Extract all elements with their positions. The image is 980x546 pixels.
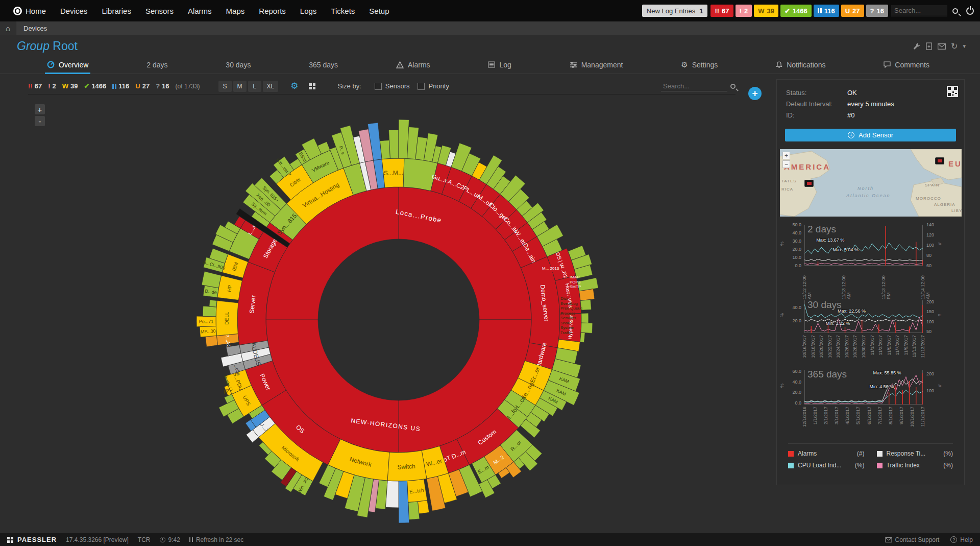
status-badge-up[interactable]: ✔1466 [780,5,812,17]
tab-label: Alarms [408,61,430,69]
y-axis-tick-right: 150 [926,309,934,314]
zoom-out-button[interactable]: - [35,116,45,126]
status-badge-down[interactable]: !!67 [710,5,733,17]
badge-count: 2 [744,7,748,15]
toolbar-badge-warning[interactable]: W39 [62,82,78,90]
toolbar-badge-down-ack[interactable]: !2 [48,82,56,90]
nav-item-logs[interactable]: Logs [293,0,324,21]
checkbox-box-sensors[interactable] [375,83,382,90]
size-button-s[interactable]: S [218,81,232,92]
status-badge-unknown[interactable]: ?16 [866,5,888,17]
new-log-entries-button[interactable]: New Log Entries 1 [642,5,708,17]
zoom-in-button[interactable]: + [35,104,45,114]
breadcrumb-devices[interactable]: Devices [16,25,54,32]
mail-icon[interactable] [938,43,946,50]
graph-2-days[interactable]: 2 days50.040.030.020.010.00.0%1401201008… [783,224,960,299]
contact-support-link[interactable]: Contact Support [885,536,940,543]
nav-item-libraries[interactable]: Libraries [94,0,138,21]
help-label: Help [960,536,973,543]
nav-item-tickets[interactable]: Tickets [324,0,362,21]
status-badge-down-ack[interactable]: !2 [736,5,752,17]
refresh-icon[interactable]: ↻ [951,41,958,51]
sunburst-segment[interactable] [389,130,399,158]
global-search-input[interactable] [891,5,947,16]
size-button-m[interactable]: M [233,81,247,92]
tab-30-days[interactable]: 30 days [224,57,253,74]
sunburst-search-input[interactable] [661,81,727,91]
add-sensor-button[interactable]: + Add Sensor [785,129,956,141]
y-axis-unit-left: % [779,313,785,317]
map-device-marker[interactable] [804,180,814,187]
tab-alarms[interactable]: Alarms [394,57,432,74]
sunburst-segment[interactable] [408,502,420,520]
graph-365-days[interactable]: 365 days60.040.020.00.0%200100#12/1/2016… [783,369,960,435]
tab-comments[interactable]: Comments [881,57,932,74]
sunburst-segment[interactable] [581,323,593,333]
checkbox-sensors[interactable]: Sensors [375,82,410,90]
toolbar-badge-unusual[interactable]: U27 [135,82,150,90]
tab-2-days[interactable]: 2 days [144,57,169,74]
tab-log[interactable]: Log [486,57,513,74]
mini-map[interactable]: + − AMERICAEUROPTATESRICANorthAtlantic O… [780,149,962,217]
refresh-countdown[interactable]: Refresh in 22 sec [189,536,243,543]
nav-item-reports[interactable]: Reports [252,0,293,21]
help-link[interactable]: ?Help [950,536,973,543]
sunburst-label-dell: DELL [224,312,229,325]
tab-365-days[interactable]: 365 days [307,57,340,74]
badge-icon-w: W [758,7,764,15]
sunburst-segment[interactable] [209,300,217,307]
toolbar-badge-paused[interactable]: 116 [112,82,129,90]
sunburst-segment[interactable] [202,271,222,288]
nav-item-home[interactable]: Home [6,0,53,21]
y-axis-tick: 0.0 [783,263,801,268]
brand-name[interactable]: PAESSLER [17,536,57,543]
y-axis-tick-right: 80 [926,253,932,258]
prtg-logo-icon [13,7,22,15]
home-icon[interactable]: ⌂ [0,21,16,35]
nav-item-maps[interactable]: Maps [219,0,252,21]
status-badge-unusual[interactable]: U27 [841,5,864,17]
logout-power-icon[interactable] [966,7,974,15]
sunburst-segment[interactable] [205,336,217,347]
checkbox-priority[interactable]: Priority [418,82,449,90]
status-badge-warning[interactable]: W39 [754,5,778,17]
sunburst-segment[interactable] [203,306,216,317]
toolbar-badge-up[interactable]: ✔1466 [84,82,106,90]
sunburst-segment[interactable] [577,278,598,291]
checkbox-box-priority[interactable] [418,83,425,90]
toolbar-search-icon[interactable] [730,84,736,89]
toolbar-badge-down[interactable]: !!67 [28,82,42,90]
map-device-marker[interactable] [935,157,944,164]
sunburst-segment[interactable] [580,300,592,311]
nav-item-sensors[interactable]: Sensors [138,0,181,21]
nav-item-alarms[interactable]: Alarms [181,0,219,21]
chevron-down-icon[interactable]: ▾ [963,43,966,50]
size-button-l[interactable]: L [248,81,261,92]
toolbar-badge-unknown[interactable]: ?16 [156,82,169,90]
size-button-xl[interactable]: XL [263,81,279,92]
tab-notifications[interactable]: Notifications [774,57,827,74]
graph-30-days[interactable]: 30 days40.020.0%20015010050#10/16/201710… [783,299,960,369]
tab-management[interactable]: Management [568,57,625,74]
sunburst-segment[interactable] [579,289,595,301]
grid-view-icon[interactable] [309,83,315,89]
sunburst-segment[interactable] [385,481,399,508]
search-icon[interactable] [952,8,958,14]
paessler-logo[interactable] [7,537,13,543]
map-zoom-in-button[interactable]: + [782,152,790,159]
tab-settings[interactable]: ⚙Settings [679,57,720,74]
nav-item-devices[interactable]: Devices [53,0,94,21]
sunburst-segment[interactable] [580,333,585,343]
graph-title: 365 days [807,369,847,380]
wrench-icon[interactable] [913,42,921,50]
sunburst-segment[interactable] [581,313,589,323]
qr-code-icon[interactable] [947,86,958,99]
add-button[interactable]: + [748,87,762,100]
report-icon[interactable] [926,42,933,50]
status-badge-paused[interactable]: 116 [814,5,839,17]
tab-overview[interactable]: Overview [45,57,90,74]
sunburst-segment[interactable] [418,501,429,514]
map-zoom-out-button[interactable]: − [782,160,790,168]
nav-item-setup[interactable]: Setup [362,0,396,21]
gear-icon[interactable]: ⚙ [290,81,298,91]
